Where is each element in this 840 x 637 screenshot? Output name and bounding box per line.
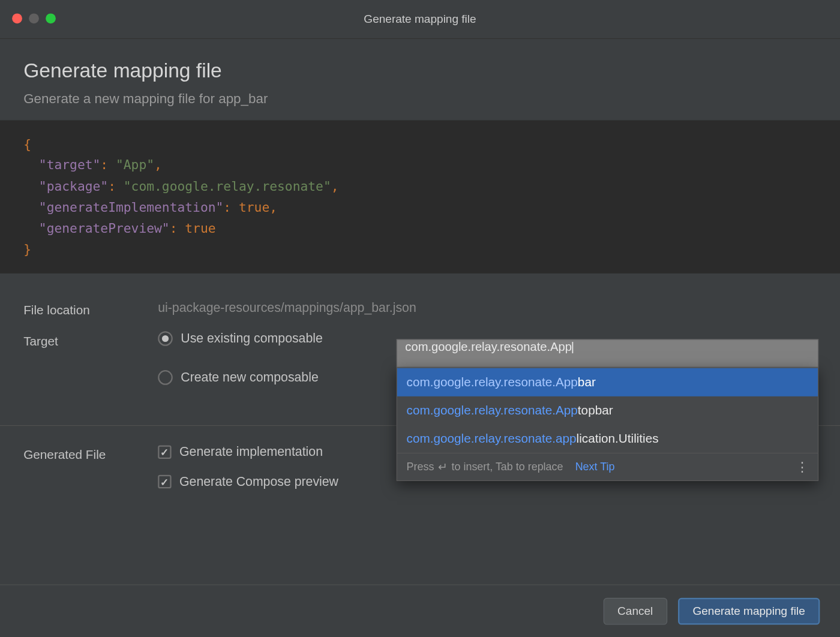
footer-hint-post: to insert, Tab to replace bbox=[452, 461, 563, 473]
cancel-button[interactable]: Cancel bbox=[604, 597, 667, 624]
autocomplete-match: com.google.relay.resonate.App bbox=[407, 403, 578, 417]
row-file-location: File location ui-package-resources/mappi… bbox=[23, 301, 817, 318]
target-input-value: com.google.relay.resonate.App bbox=[405, 340, 572, 353]
autocomplete-item[interactable]: com.google.relay.resonate.Apptopbar bbox=[397, 396, 818, 425]
autocomplete-item[interactable]: com.google.relay.resonate.application.Ut… bbox=[397, 425, 818, 453]
minimize-window-button[interactable] bbox=[29, 13, 39, 23]
radio-label: Create new composable bbox=[181, 370, 318, 385]
autocomplete-rest: bar bbox=[578, 375, 596, 389]
checkbox-label: Generate implementation bbox=[179, 445, 323, 460]
checkbox-label: Generate Compose preview bbox=[179, 474, 338, 489]
autocomplete-match: com.google.relay.resonate.app bbox=[407, 431, 577, 446]
autocomplete-match: com.google.relay.resonate.App bbox=[407, 375, 578, 389]
more-options-icon[interactable]: ⋮ bbox=[796, 459, 808, 475]
generate-button[interactable]: Generate mapping file bbox=[678, 597, 820, 624]
file-location-label: File location bbox=[23, 301, 158, 318]
autocomplete-item[interactable]: com.google.relay.resonate.Appbar bbox=[397, 368, 818, 396]
dialog-button-bar: Cancel Generate mapping file bbox=[0, 584, 840, 636]
target-input[interactable]: com.google.relay.resonate.App bbox=[397, 339, 818, 368]
file-location-value: ui-package-resources/mappings/app_bar.js… bbox=[158, 301, 817, 316]
autocomplete-rest: topbar bbox=[578, 403, 613, 417]
zoom-window-button[interactable] bbox=[46, 13, 56, 23]
radio-icon bbox=[158, 331, 173, 346]
enter-key-icon: ↵ bbox=[438, 460, 448, 474]
checkbox-icon bbox=[158, 475, 171, 488]
footer-hint-pre: Press bbox=[407, 461, 434, 473]
checkbox-icon bbox=[158, 446, 171, 459]
titlebar: Generate mapping file bbox=[0, 0, 840, 39]
autocomplete-popup: com.google.relay.resonate.Appbarcom.goog… bbox=[397, 368, 818, 481]
radio-label: Use existing composable bbox=[181, 331, 323, 346]
dialog-subtitle: Generate a new mapping file for app_bar bbox=[23, 91, 817, 107]
autocomplete-rest: lication.Utilities bbox=[577, 431, 659, 446]
autocomplete-footer: Press ↵ to insert, Tab to replace Next T… bbox=[397, 453, 818, 480]
dialog-title: Generate mapping file bbox=[23, 59, 817, 82]
window-controls bbox=[12, 13, 56, 23]
code-preview: { "target": "App", "package": "com.googl… bbox=[0, 120, 840, 273]
generated-file-label: Generated File bbox=[23, 445, 158, 462]
close-window-button[interactable] bbox=[12, 13, 22, 23]
next-tip-link[interactable]: Next Tip bbox=[575, 461, 615, 473]
dialog-header: Generate mapping file Generate a new map… bbox=[23, 39, 817, 121]
window-title: Generate mapping file bbox=[0, 13, 840, 26]
target-label: Target bbox=[23, 331, 158, 348]
radio-icon bbox=[158, 370, 173, 385]
